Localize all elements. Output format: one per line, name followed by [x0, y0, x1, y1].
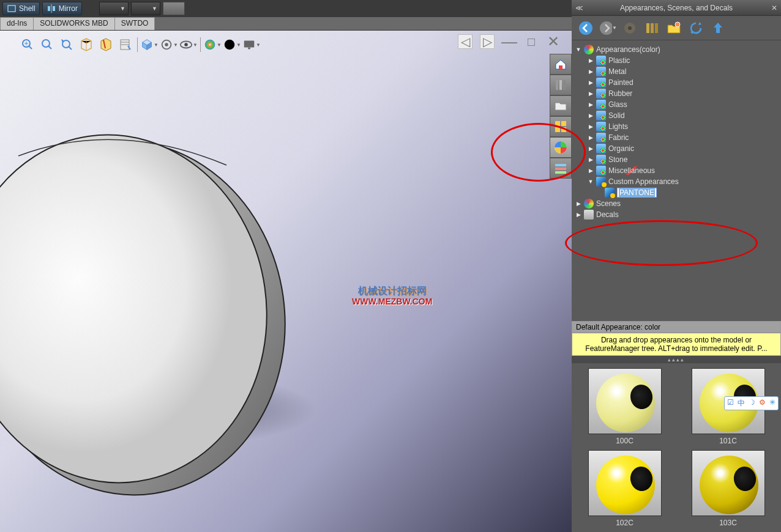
svg-rect-26 — [555, 168, 566, 170]
apply-scene-icon[interactable]: ▼ — [223, 35, 241, 54]
design-library-tab-icon[interactable] — [550, 75, 572, 95]
tab-mbd[interactable]: SOLIDWORKS MBD — [33, 17, 114, 30]
float-moon-icon[interactable]: ☽ — [749, 398, 755, 408]
tree-item[interactable]: ▶Plastic — [574, 55, 779, 66]
appearances-task-pane: ≪ Appearances, Scenes, and Decals ✕ ▼ ▼A… — [572, 0, 781, 532]
task-pane-toolbar: ▼ — [572, 16, 781, 40]
view-orientation-icon[interactable]: ▼ — [140, 35, 159, 54]
svg-rect-1 — [9, 7, 14, 10]
resize-grabber[interactable]: ▴▴▴▴ — [572, 356, 781, 363]
home-tab-icon[interactable] — [550, 54, 572, 75]
3d-drawing-icon[interactable] — [116, 35, 135, 54]
tree-item[interactable]: ▶Lights — [574, 121, 779, 132]
float-gear-icon[interactable]: ⚙ — [759, 398, 766, 408]
watermark: 机械设计招标网 WWW.MEZBW.COM — [352, 285, 432, 307]
tree-item[interactable]: ▶Glass — [574, 99, 779, 110]
lower-panel: Default Appearance: color Drag and drop … — [572, 321, 781, 532]
svg-rect-16 — [559, 65, 562, 69]
task-pane-title: ≪ Appearances, Scenes, and Decals ✕ — [572, 0, 781, 16]
svg-rect-13 — [248, 48, 250, 50]
svg-point-11 — [225, 40, 235, 50]
tree-root[interactable]: Appearances(color) — [596, 45, 660, 54]
tree-item[interactable]: ▶Painted — [574, 77, 779, 88]
swatch-100C[interactable]: 100C — [579, 368, 671, 445]
pantone-icon — [605, 188, 615, 198]
pane-close-icon[interactable]: ✕ — [771, 4, 777, 12]
floating-toolbar[interactable]: ☑ 中 ☽ ⚙ ✳ — [724, 396, 779, 410]
folder-icon — [596, 67, 606, 76]
float-check-icon[interactable]: ☑ — [727, 398, 734, 408]
svg-rect-25 — [555, 164, 566, 166]
view-settings-icon[interactable]: ▼ — [242, 35, 261, 54]
appearances-tab-icon[interactable] — [550, 137, 572, 158]
close-icon[interactable]: ✕ — [546, 34, 561, 49]
view-palette-tab-icon[interactable] — [550, 116, 572, 137]
tab-addins[interactable]: dd-Ins — [0, 17, 34, 30]
paint-icon[interactable] — [621, 19, 639, 37]
minimize-icon[interactable]: — — [502, 34, 517, 49]
open-folder-icon[interactable] — [665, 19, 683, 37]
float-star-icon[interactable]: ✳ — [769, 398, 775, 408]
tree-item[interactable]: ▶Rubber — [574, 88, 779, 99]
svg-rect-21 — [561, 121, 566, 126]
prev-doc-icon[interactable]: ◁ — [458, 34, 473, 49]
blank-button[interactable] — [163, 2, 185, 15]
svg-point-28 — [579, 21, 592, 35]
swatch-102C[interactable]: 102C — [579, 450, 671, 527]
zoom-area-icon[interactable] — [38, 35, 56, 54]
svg-point-35 — [675, 22, 680, 27]
folder-icon — [596, 122, 606, 131]
mirror-label: Mirror — [59, 4, 78, 13]
back-icon[interactable] — [577, 19, 595, 37]
tree-item[interactable]: ▶Organic — [574, 143, 779, 154]
tree-decals[interactable]: Decals — [596, 210, 619, 219]
svg-rect-18 — [559, 80, 562, 90]
shell-button[interactable]: Shell — [2, 2, 40, 15]
tree-item[interactable]: ▶Solid — [574, 110, 779, 121]
refresh-icon[interactable] — [687, 19, 705, 37]
tree-custom[interactable]: Custom Appearances — [608, 177, 679, 186]
dropdown-2[interactable]: ▼ — [131, 2, 160, 15]
folder-icon — [596, 100, 606, 109]
dynamic-annotation-icon[interactable] — [97, 35, 115, 54]
prev-view-icon[interactable] — [58, 35, 76, 54]
maximize-icon[interactable]: □ — [524, 34, 539, 49]
forward-icon[interactable]: ▼ — [599, 19, 617, 37]
swatch-103C[interactable]: 103C — [682, 450, 774, 527]
svg-point-15 — [0, 128, 289, 503]
svg-rect-19 — [563, 80, 566, 90]
up-arrow-icon[interactable] — [709, 19, 727, 37]
tree-item[interactable]: ▶Miscellaneous — [574, 165, 779, 176]
folder-icon — [596, 56, 606, 65]
dropdown-1[interactable]: ▼ — [99, 2, 129, 15]
default-appearance-hint: Default Appearance: color Drag and drop … — [572, 321, 781, 356]
svg-rect-33 — [651, 23, 654, 33]
section-view-icon[interactable] — [77, 35, 95, 54]
history-icon[interactable] — [643, 19, 661, 37]
tab-swtdo[interactable]: SWTDO — [114, 17, 155, 30]
tree-item[interactable]: ▶Fabric — [574, 132, 779, 143]
edit-appearance-icon[interactable]: ▼ — [203, 35, 222, 54]
display-style-icon[interactable]: ▼ — [160, 35, 178, 54]
task-pane-tabs — [550, 54, 572, 179]
float-lang-icon[interactable]: 中 — [738, 398, 745, 408]
folder-icon — [596, 155, 606, 164]
heads-up-view-toolbar: ▼ ▼ ▼ ▼ ▼ ▼ — [18, 35, 261, 54]
svg-rect-32 — [646, 23, 649, 33]
hide-show-icon[interactable]: ▼ — [179, 35, 198, 54]
appearance-tree[interactable]: ▼Appearances(color) ▶Plastic▶Metal▶Paint… — [572, 40, 781, 224]
graphics-viewport[interactable]: ▼ ▼ ▼ ▼ ▼ ▼ ◁ ▷ — □ ✕ 机械设计招标网 WWW.MEZBW.… — [0, 31, 572, 532]
custom-props-tab-icon[interactable] — [550, 158, 572, 179]
zoom-fit-icon[interactable] — [18, 35, 37, 54]
collapse-icon[interactable]: ≪ — [575, 4, 583, 12]
mirror-button[interactable]: Mirror — [42, 2, 82, 15]
next-doc-icon[interactable]: ▷ — [480, 34, 495, 49]
tree-scenes[interactable]: Scenes — [596, 199, 621, 208]
model-disc[interactable] — [0, 128, 306, 471]
tree-item[interactable]: ▶Stone — [574, 154, 779, 165]
svg-rect-22 — [555, 127, 560, 132]
file-explorer-tab-icon[interactable] — [550, 95, 572, 116]
folder-icon — [596, 166, 606, 175]
tree-item[interactable]: ▶Metal — [574, 66, 779, 77]
pantone-edit[interactable]: PANTONE — [617, 188, 657, 198]
